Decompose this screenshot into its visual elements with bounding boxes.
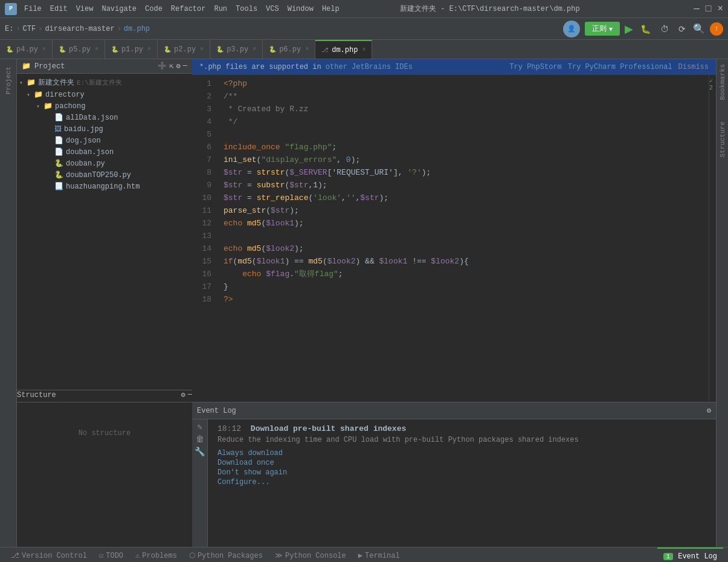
profile-button[interactable]: ⏱ [658, 23, 671, 35]
download-once-link[interactable]: Download once [217, 459, 706, 467]
menu-window[interactable]: Window [288, 5, 314, 13]
search-button[interactable]: 🔍 [693, 23, 705, 34]
menu-file[interactable]: File [24, 5, 42, 13]
tab-p1py-close[interactable]: × [147, 46, 151, 53]
tree-directory-label: directory [45, 91, 85, 99]
py-icon: 🐍 [59, 46, 66, 53]
try-phpstorm-link[interactable]: Try PhpStorm [509, 63, 561, 71]
menu-help[interactable]: Help [322, 5, 340, 13]
breadcrumb-ctf[interactable]: CTF [23, 25, 36, 33]
tree-alldata-json[interactable]: 📄 allData.json [17, 112, 192, 123]
code-line: $str = str_replace('look','',$str); [224, 192, 709, 204]
tab-p4py[interactable]: 🐍 p4.py × [0, 40, 53, 59]
breadcrumb-dirsearch[interactable]: dirsearch-master [45, 25, 114, 33]
breadcrumb-file[interactable]: dm.php [124, 25, 150, 33]
notification-links: Try PhpStorm Try PyCharm Professional Di… [509, 63, 709, 71]
try-pycharm-link[interactable]: Try PyCharm Professional [568, 63, 672, 71]
minimize-button[interactable]: — [694, 4, 700, 15]
menu-view[interactable]: View [76, 5, 94, 13]
debug-button[interactable]: 🐛 [638, 23, 653, 35]
code-token: $str [271, 204, 289, 217]
run-button[interactable]: ▶ [625, 22, 633, 36]
maximize-button[interactable]: □ [706, 4, 712, 15]
code-token: ; [338, 268, 343, 280]
dismiss-link[interactable]: Dismiss [678, 63, 709, 71]
tree-huazhuang-htm[interactable]: 📃 huazhuangping.htm [17, 181, 192, 192]
user-icon[interactable]: 👤 [563, 21, 580, 37]
tab-p3py-close[interactable]: × [253, 46, 256, 53]
notification-jetbrains-link[interactable]: other JetBrains IDEs [326, 63, 413, 71]
gear-icon[interactable]: ⚙ [176, 62, 181, 71]
menu-refactor[interactable]: Refactor [171, 5, 206, 13]
menu-navigate[interactable]: Navigate [101, 5, 137, 13]
code-token: ); [422, 166, 431, 179]
tab-p1py-label: p1.py [121, 45, 143, 54]
bottom-tab-todo[interactable]: ☑ TODO [93, 547, 129, 562]
tree-dog-json[interactable]: 📄 dog.json [17, 135, 192, 146]
tree-pachong[interactable]: ▾ 📁 pachong [17, 100, 192, 112]
code-token: strstr [257, 166, 285, 179]
dont-show-link[interactable]: Don't show again [217, 468, 706, 477]
menu-edit[interactable]: Edit [50, 5, 68, 13]
tab-dmphp-close[interactable]: × [362, 47, 366, 53]
tab-dmphp[interactable]: ⎇ dm.php × [315, 40, 372, 59]
code-editor[interactable]: <?php/** * Created by R.zz */ include_on… [216, 75, 709, 402]
bottom-tab-terminal[interactable]: ▶ Terminal [352, 547, 406, 562]
tab-p5py[interactable]: 🐍 p5.py × [53, 40, 105, 59]
menu-code[interactable]: Code [145, 5, 163, 13]
line-number: 17 [197, 280, 211, 293]
event-log-gear-icon[interactable]: ⚙ [707, 407, 711, 415]
tab-p5py-close[interactable]: × [95, 46, 98, 53]
update-icon[interactable]: ↑ [710, 22, 723, 36]
py-icon: 🐍 [54, 159, 63, 168]
configure-link[interactable]: Configure... [217, 478, 706, 486]
tree-directory[interactable]: ▾ 📁 directory [17, 89, 192, 100]
edit-icon[interactable]: ✎ [197, 422, 202, 432]
menu-run[interactable]: Run [214, 5, 227, 13]
bottom-tab-vcs[interactable]: ⎇ Version Control [5, 547, 93, 562]
line-number: 7 [197, 153, 211, 166]
run-config-button[interactable]: 正则 ▾ [585, 22, 620, 36]
code-token: $str [224, 192, 242, 204]
minimize-panel-icon[interactable]: — [183, 62, 187, 71]
tab-p6py[interactable]: 🐍 p6.py × [263, 40, 315, 59]
bottom-tab-problems[interactable]: ⚠ Problems [129, 547, 183, 562]
code-token: ( [261, 217, 266, 230]
close-button[interactable]: × [717, 4, 723, 15]
code-token: ){ [459, 255, 469, 268]
code-line: /** [224, 90, 709, 103]
delete-icon[interactable]: 🗑 [196, 434, 204, 444]
structure-label[interactable]: Structure [718, 117, 727, 162]
coverage-button[interactable]: ⟳ [676, 23, 688, 35]
tree-doubantop250-py[interactable]: 🐍 doubanTOP250.py [17, 169, 192, 181]
add-icon[interactable]: ➕ [158, 62, 167, 71]
collapse-all-icon[interactable]: ⇱ [169, 62, 173, 71]
menu-tools[interactable]: Tools [236, 5, 257, 13]
settings-icon[interactable]: 🔧 [195, 447, 205, 457]
breadcrumb-e[interactable]: E: [5, 25, 13, 33]
bottom-tab-console[interactable]: ≫ Python Console [269, 547, 352, 562]
tab-p4py-close[interactable]: × [42, 46, 46, 53]
tab-p1py[interactable]: 🐍 p1.py × [105, 40, 158, 59]
tree-douban-json[interactable]: 📄 douban.json [17, 146, 192, 158]
tab-p3py-label: p3.py [227, 45, 248, 54]
bottom-tab-packages[interactable]: ⬡ Python Packages [183, 547, 269, 562]
tree-root[interactable]: ▾ 📁 新建文件夹 E:\新建文件夹 [17, 76, 192, 89]
structure-minimize-icon[interactable]: — [188, 390, 192, 399]
bottom-tab-eventlog[interactable]: 1 Event Log [657, 547, 723, 562]
event-log-badge: 1 [663, 553, 674, 560]
bookmarks-label[interactable]: Bookmarks [718, 59, 727, 105]
structure-gear-icon[interactable]: ⚙ [181, 390, 185, 399]
tab-p6py-close[interactable]: × [305, 46, 309, 53]
tab-p2py-close[interactable]: × [200, 46, 204, 53]
tree-douban-py[interactable]: 🐍 douban.py [17, 158, 192, 169]
menu-vcs[interactable]: VCS [266, 5, 279, 13]
code-token: $str [360, 192, 379, 204]
project-strip-label[interactable]: Project [4, 64, 13, 97]
code-line: parse_str($str); [224, 204, 709, 217]
code-token: parse_str [224, 204, 266, 217]
tab-p2py[interactable]: 🐍 p2.py × [158, 40, 210, 59]
always-download-link[interactable]: Always download [217, 449, 706, 457]
tree-baidu-jpg[interactable]: 🖼 baidu.jpg [17, 123, 192, 135]
tab-p3py[interactable]: 🐍 p3.py × [210, 40, 263, 59]
